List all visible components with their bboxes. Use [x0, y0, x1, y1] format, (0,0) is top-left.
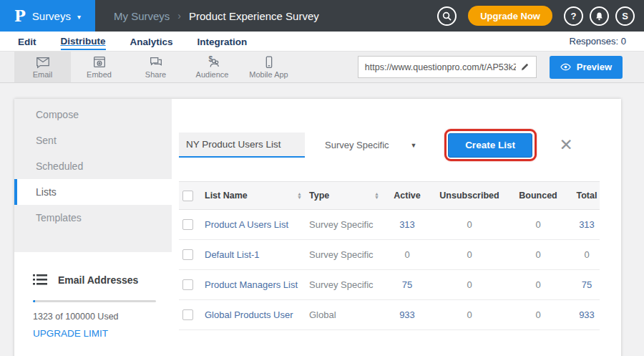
usage-text: 1323 of 100000 Used: [33, 312, 156, 322]
survey-url-input[interactable]: [365, 62, 516, 72]
total-count[interactable]: 313: [567, 219, 607, 230]
table-row: Global Products User Global 933 0 0 933: [179, 300, 600, 330]
brand-label: Surveys: [32, 10, 71, 22]
responses-count[interactable]: Responses: 0: [570, 36, 627, 47]
bounced-count: 0: [509, 309, 567, 320]
tool-email[interactable]: Email: [14, 52, 71, 82]
active-count[interactable]: 933: [385, 309, 429, 320]
top-header: P Surveys ▾ My Surveys › Product Experie…: [0, 0, 644, 32]
header-actions: Upgrade Now ? S: [437, 6, 644, 26]
tab-integration[interactable]: Integration: [197, 34, 248, 49]
preview-label: Preview: [577, 62, 612, 72]
help-button[interactable]: ?: [564, 6, 583, 26]
list-name-link[interactable]: Global Products User: [205, 309, 293, 320]
row-checkbox[interactable]: [182, 249, 193, 260]
create-list-form: Survey Specific ▼ Create List ✕: [179, 129, 600, 161]
tool-share[interactable]: Share: [127, 52, 184, 82]
tool-mobile-app[interactable]: Mobile App: [240, 52, 297, 82]
sidebar-item-compose[interactable]: Compose: [14, 102, 172, 128]
upgrade-now-button[interactable]: Upgrade Now: [468, 6, 552, 26]
create-list-button[interactable]: Create List: [448, 133, 532, 158]
search-button[interactable]: [437, 6, 457, 26]
share-icon: [148, 55, 164, 69]
header-type: Type: [309, 191, 329, 201]
tool-label: Mobile App: [249, 70, 288, 79]
header-unsubscribed: Unsubscribed: [429, 191, 509, 201]
table-row: Product A Users List Survey Specific 313…: [179, 210, 600, 240]
bounced-count: 0: [509, 219, 567, 230]
list-lines-icon: [33, 274, 47, 286]
lists-table: List Name ▲▼ Type ▲▼ Active Unsubscribed…: [179, 181, 600, 330]
brand-surveys-menu[interactable]: P Surveys ▾: [0, 0, 95, 32]
row-checkbox[interactable]: [182, 309, 193, 320]
distribute-toolbar: Email Embed Share $ Audience Mobile A: [0, 52, 644, 83]
active-count[interactable]: 313: [385, 219, 429, 230]
sort-icon[interactable]: ▲▼: [297, 192, 302, 199]
list-type: Survey Specific: [309, 249, 374, 260]
email-sidebar: Compose Sent Scheduled Lists Templates E…: [14, 99, 172, 356]
list-type-select[interactable]: Survey Specific ▼: [322, 135, 420, 155]
usage-progress-bar: [33, 300, 156, 302]
search-icon: [442, 11, 452, 21]
chevron-down-icon: ▾: [77, 13, 81, 21]
row-checkbox[interactable]: [182, 279, 193, 290]
bell-icon: [595, 11, 604, 21]
total-count[interactable]: 933: [567, 309, 607, 320]
bounced-count: 0: [509, 249, 567, 260]
list-name-link[interactable]: Default List-1: [205, 249, 260, 260]
breadcrumb-my-surveys[interactable]: My Surveys: [114, 10, 170, 22]
sidebar-item-scheduled[interactable]: Scheduled: [14, 153, 172, 179]
table-row: Default List-1 Survey Specific 0 0 0 0: [179, 240, 600, 270]
upgrade-limit-link[interactable]: UPGRADE LIMIT: [33, 328, 156, 339]
tool-label: Embed: [87, 70, 112, 79]
sidebar-item-lists[interactable]: Lists: [14, 179, 172, 205]
row-checkbox[interactable]: [182, 219, 193, 230]
total-count[interactable]: 75: [567, 279, 607, 290]
unsubscribed-count: 0: [429, 219, 509, 230]
tab-distribute[interactable]: Distribute: [61, 33, 106, 50]
email-icon: [35, 55, 51, 69]
list-type: Global: [309, 309, 336, 320]
select-all-checkbox[interactable]: [182, 191, 193, 201]
email-addresses-title: Email Addresses: [58, 274, 138, 286]
table-row: Product Managers List Survey Specific 75…: [179, 270, 600, 300]
embed-icon: [92, 55, 107, 69]
pencil-icon: [520, 62, 530, 72]
close-icon[interactable]: ✕: [560, 137, 573, 153]
page-title: Product Experience Survey: [189, 10, 319, 22]
list-type: Survey Specific: [309, 219, 374, 230]
survey-nav: Edit Distribute Analytics Integration Re…: [0, 32, 644, 52]
active-count[interactable]: 0: [385, 249, 429, 260]
survey-url-box: [358, 56, 537, 78]
unsubscribed-count: 0: [429, 279, 509, 290]
tool-embed[interactable]: Embed: [71, 52, 127, 82]
list-type: Survey Specific: [309, 279, 374, 290]
bounced-count: 0: [509, 279, 567, 290]
tool-audience[interactable]: $ Audience: [184, 52, 240, 82]
table-header-row: List Name ▲▼ Type ▲▼ Active Unsubscribed…: [179, 181, 600, 210]
email-addresses-header: Email Addresses: [33, 274, 156, 286]
tab-edit[interactable]: Edit: [18, 34, 36, 49]
header-bounced: Bounced: [509, 191, 567, 201]
notifications-button[interactable]: [590, 6, 609, 26]
email-addresses-section: Email Addresses 1323 of 100000 Used UPGR…: [14, 252, 172, 339]
tab-analytics[interactable]: Analytics: [130, 34, 173, 49]
sort-icon[interactable]: ▲▼: [374, 192, 379, 199]
active-count[interactable]: 75: [385, 279, 429, 290]
header-active: Active: [385, 191, 429, 201]
sidebar-item-sent[interactable]: Sent: [14, 128, 172, 153]
breadcrumb-separator: ›: [177, 10, 181, 21]
unsubscribed-count: 0: [429, 309, 509, 320]
list-name-input[interactable]: [179, 133, 305, 158]
preview-button[interactable]: Preview: [550, 56, 623, 79]
account-avatar[interactable]: S: [615, 6, 635, 26]
eye-icon: [560, 63, 571, 71]
lists-main: Survey Specific ▼ Create List ✕ List Nam…: [172, 99, 621, 356]
list-name-link[interactable]: Product Managers List: [205, 279, 298, 290]
total-count[interactable]: 0: [567, 249, 607, 260]
sidebar-item-templates[interactable]: Templates: [14, 205, 172, 231]
tool-label: Share: [145, 70, 166, 79]
help-icon: ?: [571, 11, 577, 21]
edit-url-button[interactable]: [520, 62, 530, 72]
list-name-link[interactable]: Product A Users List: [205, 219, 288, 230]
